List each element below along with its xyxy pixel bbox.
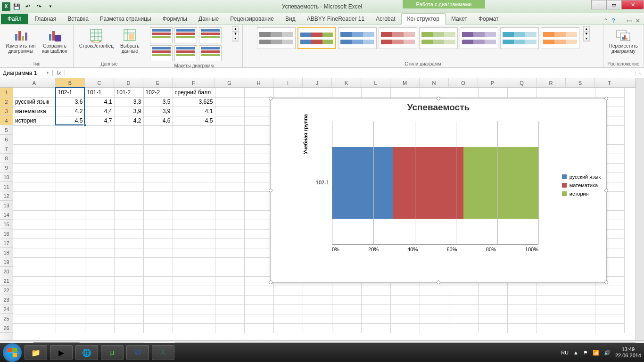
name-box-dropdown-icon[interactable]: ▼ — [46, 71, 50, 75]
cell[interactable] — [56, 248, 85, 257]
save-as-template-button[interactable]: Сохранить как шаблон — [40, 26, 69, 55]
column-header[interactable]: S — [566, 78, 595, 87]
cell[interactable] — [420, 304, 449, 314]
cell[interactable] — [478, 295, 507, 304]
row-header[interactable]: 16 — [0, 229, 13, 239]
row-header[interactable]: 18 — [0, 248, 13, 257]
ribbon-tab-рецензирование[interactable]: Рецензирование — [224, 14, 280, 24]
chart-style-option[interactable] — [297, 27, 336, 49]
qat-save-icon[interactable]: 💾 — [11, 1, 22, 12]
cell[interactable] — [215, 239, 244, 248]
cell[interactable] — [13, 201, 56, 210]
column-header[interactable]: C — [85, 78, 114, 87]
cell[interactable] — [173, 229, 215, 239]
cell[interactable] — [56, 267, 85, 276]
chart-style-option[interactable] — [338, 27, 377, 49]
chart-style-option[interactable] — [257, 27, 296, 49]
cell[interactable] — [114, 201, 143, 210]
move-chart-button[interactable]: Переместить диаграмму — [607, 26, 640, 55]
legend-item[interactable]: история — [562, 191, 601, 197]
cell[interactable] — [143, 239, 173, 248]
cell[interactable] — [361, 286, 390, 295]
column-header[interactable]: F — [173, 78, 215, 87]
cell[interactable] — [56, 229, 85, 239]
cell[interactable] — [56, 144, 85, 154]
cell[interactable] — [13, 163, 56, 173]
chart-legend[interactable]: русский языкматематикаистория — [562, 174, 601, 199]
cell[interactable] — [173, 220, 215, 229]
cell[interactable] — [566, 295, 595, 304]
fill-handle[interactable] — [83, 124, 86, 127]
bar-segment[interactable] — [393, 147, 463, 219]
row-header[interactable]: 23 — [0, 295, 13, 304]
cell[interactable] — [114, 182, 143, 191]
cell[interactable] — [85, 163, 114, 173]
help-icon[interactable]: ? — [612, 17, 615, 24]
cell[interactable] — [595, 295, 624, 304]
cell[interactable] — [566, 304, 595, 314]
cell[interactable] — [595, 88, 624, 97]
chart-plot-area[interactable]: Учебная группа 102-1 0%20%40%60%80%100% — [307, 121, 539, 255]
cell[interactable] — [56, 257, 85, 267]
row-header[interactable]: 25 — [0, 314, 13, 323]
cell[interactable] — [143, 286, 173, 295]
cell[interactable] — [114, 248, 143, 257]
cell[interactable]: 3,3 — [114, 97, 143, 107]
qat-customize-icon[interactable]: ▼ — [45, 1, 56, 12]
chart-layout-option[interactable] — [174, 45, 197, 61]
cell[interactable] — [85, 267, 114, 276]
column-header[interactable]: I — [273, 78, 303, 87]
cell[interactable] — [420, 314, 449, 323]
cell[interactable] — [332, 295, 361, 304]
row-header[interactable]: 7 — [0, 144, 13, 154]
cell[interactable] — [56, 201, 85, 210]
vertical-scrollbar[interactable] — [636, 78, 644, 340]
plot-area[interactable] — [332, 121, 538, 245]
row-header[interactable]: 11 — [0, 182, 13, 191]
row-header[interactable]: 22 — [0, 286, 13, 295]
chart-title[interactable]: Успеваемость — [271, 99, 606, 117]
cell[interactable] — [595, 314, 624, 323]
cell[interactable]: средний балл — [173, 88, 215, 97]
cell[interactable] — [244, 144, 273, 154]
ribbon-tab-конструктор[interactable]: Конструктор — [401, 13, 446, 25]
cell[interactable] — [361, 314, 390, 323]
cell[interactable] — [13, 125, 56, 135]
layouts-scroll[interactable]: ▲▼▾ — [232, 26, 239, 41]
cell[interactable] — [449, 304, 478, 314]
cell[interactable] — [244, 201, 273, 210]
chart-resize-handle[interactable] — [269, 97, 272, 100]
row-header[interactable]: 2 — [0, 97, 13, 107]
cell[interactable] — [420, 88, 449, 97]
cell[interactable] — [537, 295, 566, 304]
cell[interactable] — [173, 201, 215, 210]
ribbon-tab-abbyy-finereader-11[interactable]: ABBYY FineReader 11 — [301, 14, 371, 24]
cell[interactable] — [56, 182, 85, 191]
column-header[interactable]: L — [361, 78, 390, 87]
workbook-close-icon[interactable]: ✕ — [636, 17, 640, 24]
cell[interactable] — [507, 323, 537, 333]
cell[interactable] — [361, 304, 390, 314]
cell[interactable] — [537, 304, 566, 314]
cell[interactable] — [273, 88, 303, 97]
cell[interactable] — [215, 163, 244, 173]
cell[interactable] — [85, 314, 114, 323]
chart-resize-handle[interactable] — [604, 97, 608, 100]
cell[interactable] — [420, 323, 449, 333]
cell[interactable] — [215, 267, 244, 276]
cell[interactable] — [173, 267, 215, 276]
cell[interactable] — [215, 229, 244, 239]
cell[interactable] — [215, 220, 244, 229]
cell[interactable] — [449, 88, 478, 97]
cell[interactable] — [244, 229, 273, 239]
cell[interactable] — [56, 239, 85, 248]
cell[interactable]: 4,5 — [173, 116, 215, 125]
cell[interactable] — [390, 295, 420, 304]
cell[interactable] — [143, 125, 173, 135]
cell[interactable] — [13, 286, 56, 295]
cell[interactable] — [478, 304, 507, 314]
cell[interactable] — [173, 304, 215, 314]
cell[interactable] — [215, 191, 244, 201]
cell[interactable] — [143, 173, 173, 182]
chart-layout-option[interactable] — [150, 27, 173, 43]
